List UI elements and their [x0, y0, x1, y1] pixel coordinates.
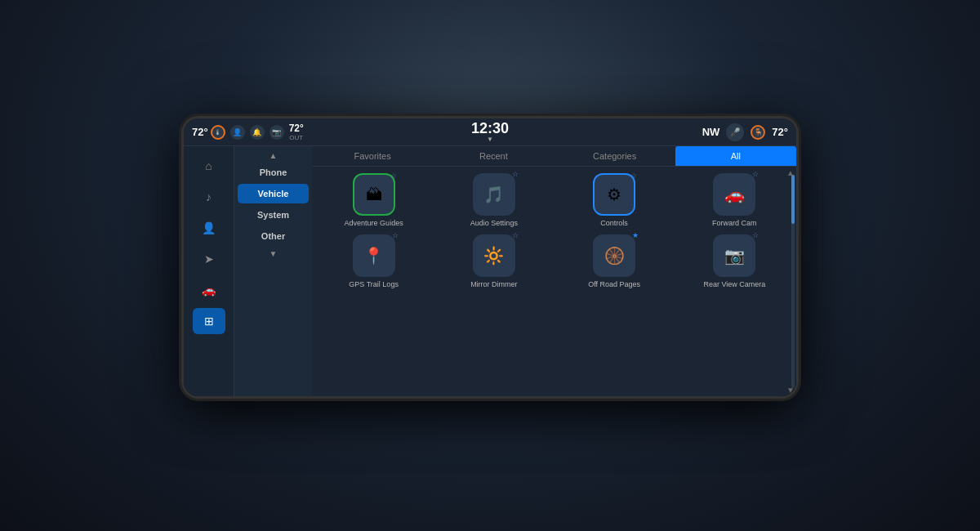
content-area: Favorites Recent Categories All 🏔 ☆: [312, 146, 796, 396]
seat-heat-icon[interactable]: 🪑: [751, 125, 765, 140]
scroll-down-chevron[interactable]: ▼: [786, 386, 795, 395]
app-gps-trail-logs[interactable]: 📍 ☆ GPS Trail Logs: [317, 234, 430, 289]
app-audio-settings-icon: 🎵 ☆: [473, 173, 515, 216]
app-off-road-pages-label: Off Road Pages: [588, 280, 640, 289]
tab-recent[interactable]: Recent: [433, 146, 554, 166]
tab-favorites[interactable]: Favorites: [312, 146, 433, 166]
profile-icon[interactable]: 👤: [230, 125, 245, 140]
bell-icon[interactable]: 🔔: [250, 125, 265, 140]
app-adventure-guides-icon: 🏔 ☆: [353, 173, 395, 216]
outside-temp: 72° OUT: [289, 123, 304, 141]
category-other-button[interactable]: Other: [238, 226, 309, 246]
app-rear-view-camera[interactable]: 📷 ☆ Rear View Camera: [678, 234, 791, 289]
camera-icon[interactable]: 📷: [270, 125, 284, 140]
app-controls[interactable]: ⚙ ☆ Controls: [558, 173, 671, 228]
app-rear-view-camera-icon: 📷 ☆: [713, 234, 755, 277]
infotainment-screen-bezel: 72° 🌡 👤 🔔 📷 72° OUT 12:30 ▼ N: [184, 118, 796, 396]
scroll-up-chevron[interactable]: ▲: [786, 168, 795, 177]
tabs-bar: Favorites Recent Categories All: [312, 146, 796, 167]
sidebar-profile-button[interactable]: 👤: [193, 215, 225, 241]
star-gps-trail-logs: ☆: [392, 231, 399, 239]
temp-right-value: 72°: [772, 126, 788, 138]
sidebar-car-button[interactable]: 🚗: [193, 277, 225, 303]
app-mirror-dimmer[interactable]: 🔆 ☆ Mirror Dimmer: [437, 234, 550, 289]
category-vehicle-button[interactable]: Vehicle: [238, 184, 309, 203]
star-rear-view-camera: ☆: [752, 231, 759, 239]
temp-left-badge: 72° 🌡: [192, 125, 225, 140]
main-content-area: ⌂ ♪ 👤 ➤ 🚗 ⊞ ▲ Phone Vehicle System Other…: [184, 146, 796, 396]
category-system-button[interactable]: System: [238, 205, 309, 225]
compass-direction: NW: [702, 126, 720, 138]
scroll-thumb: [791, 175, 795, 224]
status-bar-right: NW 🎤 🪑 72°: [539, 123, 788, 141]
dashboard-background: 72° 🌡 👤 🔔 📷 72° OUT 12:30 ▼ N: [0, 0, 980, 531]
flame-icon: 🌡: [211, 125, 225, 140]
app-gps-trail-logs-icon: 📍 ☆: [353, 234, 395, 277]
star-adventure-guides: ☆: [390, 172, 397, 180]
app-audio-settings[interactable]: 🎵 ☆ Audio Settings: [437, 173, 550, 228]
status-bar: 72° 🌡 👤 🔔 📷 72° OUT 12:30 ▼ N: [184, 118, 796, 146]
clock-chevron-icon: ▼: [487, 136, 493, 143]
app-forward-cam-label: Forward Cam: [712, 219, 757, 228]
star-off-road-pages: ★: [632, 231, 639, 239]
left-sidebar: ⌂ ♪ 👤 ➤ 🚗 ⊞: [184, 146, 234, 396]
star-controls: ☆: [630, 172, 637, 180]
temp-left-value: 72°: [192, 126, 208, 138]
star-audio-settings: ☆: [512, 170, 519, 178]
app-off-road-pages-icon: 🛞 ★: [593, 234, 635, 277]
clock-display: 12:30: [471, 121, 509, 136]
infotainment-screen: 72° 🌡 👤 🔔 📷 72° OUT 12:30 ▼ N: [184, 118, 796, 396]
app-audio-settings-label: Audio Settings: [470, 219, 518, 228]
tab-categories[interactable]: Categories: [555, 146, 675, 166]
tab-all[interactable]: All: [675, 146, 796, 166]
app-controls-label: Controls: [600, 219, 628, 228]
status-bar-center: 12:30 ▼: [441, 121, 539, 143]
star-forward-cam: ☆: [752, 170, 759, 178]
app-off-road-pages[interactable]: 🛞 ★ Off Road Pages: [558, 234, 671, 289]
app-mirror-dimmer-label: Mirror Dimmer: [470, 280, 518, 289]
apps-grid: 🏔 ☆ Adventure Guides 🎵 ☆ Audio Settin: [312, 167, 796, 396]
app-adventure-guides-label: Adventure Guides: [345, 219, 403, 228]
app-forward-cam[interactable]: 🚗 ☆ Forward Cam: [678, 173, 791, 228]
status-bar-left: 72° 🌡 👤 🔔 📷 72° OUT: [192, 123, 441, 141]
app-controls-icon: ⚙ ☆: [593, 173, 635, 216]
category-phone-button[interactable]: Phone: [238, 163, 309, 182]
sidebar-home-button[interactable]: ⌂: [193, 153, 225, 179]
app-rear-view-camera-label: Rear View Camera: [703, 280, 765, 289]
sidebar-nav-button[interactable]: ➤: [193, 246, 225, 272]
app-mirror-dimmer-icon: 🔆 ☆: [473, 234, 515, 277]
sidebar-music-button[interactable]: ♪: [193, 184, 225, 210]
app-adventure-guides[interactable]: 🏔 ☆ Adventure Guides: [317, 173, 430, 228]
app-gps-trail-logs-label: GPS Trail Logs: [349, 280, 399, 289]
app-forward-cam-icon: 🚗 ☆: [713, 173, 755, 216]
scroll-bar: [791, 175, 795, 388]
star-mirror-dimmer: ☆: [512, 231, 519, 239]
category-sidebar: ▲ Phone Vehicle System Other ▼: [234, 146, 312, 396]
microphone-button[interactable]: 🎤: [726, 123, 744, 141]
category-scroll-up[interactable]: ▲: [238, 149, 309, 161]
sidebar-apps-button[interactable]: ⊞: [193, 308, 225, 334]
category-scroll-down[interactable]: ▼: [238, 248, 309, 259]
